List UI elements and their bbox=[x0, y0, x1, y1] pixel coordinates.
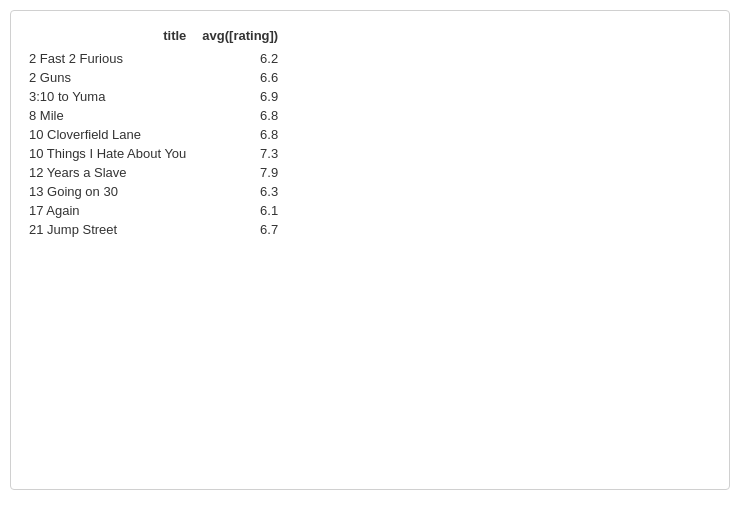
avg-rating-cell: 6.8 bbox=[194, 106, 286, 125]
avg-rating-cell: 6.7 bbox=[194, 220, 286, 239]
title-cell: 13 Going on 30 bbox=[21, 182, 194, 201]
avg-rating-cell: 6.2 bbox=[194, 49, 286, 68]
avg-rating-cell: 6.8 bbox=[194, 125, 286, 144]
table-row: 13 Going on 306.3 bbox=[21, 182, 286, 201]
avg-rating-cell: 6.9 bbox=[194, 87, 286, 106]
title-cell: 2 Fast 2 Furious bbox=[21, 49, 194, 68]
title-cell: 10 Cloverfield Lane bbox=[21, 125, 194, 144]
table-row: 10 Things I Hate About You7.3 bbox=[21, 144, 286, 163]
data-table: title avg([rating]) 2 Fast 2 Furious6.22… bbox=[21, 26, 286, 239]
table-row: 12 Years a Slave7.9 bbox=[21, 163, 286, 182]
title-cell: 17 Again bbox=[21, 201, 194, 220]
table-header-row: title avg([rating]) bbox=[21, 26, 286, 49]
table-row: 8 Mile6.8 bbox=[21, 106, 286, 125]
title-cell: 8 Mile bbox=[21, 106, 194, 125]
title-cell: 3:10 to Yuma bbox=[21, 87, 194, 106]
title-cell: 2 Guns bbox=[21, 68, 194, 87]
avg-rating-column-header: avg([rating]) bbox=[194, 26, 286, 49]
table-row: 2 Fast 2 Furious6.2 bbox=[21, 49, 286, 68]
title-column-header: title bbox=[21, 26, 194, 49]
title-cell: 12 Years a Slave bbox=[21, 163, 194, 182]
avg-rating-cell: 6.6 bbox=[194, 68, 286, 87]
table-row: 10 Cloverfield Lane6.8 bbox=[21, 125, 286, 144]
title-cell: 21 Jump Street bbox=[21, 220, 194, 239]
table-row: 21 Jump Street6.7 bbox=[21, 220, 286, 239]
avg-rating-cell: 7.3 bbox=[194, 144, 286, 163]
main-container: title avg([rating]) 2 Fast 2 Furious6.22… bbox=[10, 10, 730, 490]
avg-rating-cell: 7.9 bbox=[194, 163, 286, 182]
table-row: 17 Again6.1 bbox=[21, 201, 286, 220]
title-cell: 10 Things I Hate About You bbox=[21, 144, 194, 163]
table-row: 2 Guns6.6 bbox=[21, 68, 286, 87]
avg-rating-cell: 6.1 bbox=[194, 201, 286, 220]
avg-rating-cell: 6.3 bbox=[194, 182, 286, 201]
table-row: 3:10 to Yuma6.9 bbox=[21, 87, 286, 106]
